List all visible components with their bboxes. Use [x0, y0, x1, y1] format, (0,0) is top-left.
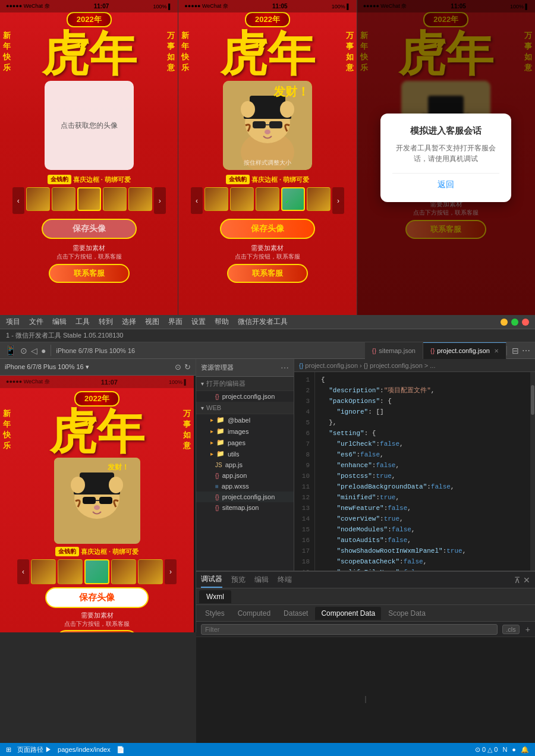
dt-tab-edit[interactable]: 编辑 [254, 575, 269, 585]
filter-21[interactable] [204, 187, 228, 211]
next-arrow-1[interactable]: › [154, 187, 166, 214]
phone-screen-1: ●●●●● WeChat 奈 11:07 100% ▌ 2022年 新 年 快 … [0, 0, 178, 315]
filter-input[interactable] [201, 624, 498, 635]
preview-scan-icon[interactable]: ⊙ [175, 363, 181, 371]
prev-filter-2[interactable] [58, 559, 83, 584]
tab-close-icon[interactable]: ✕ [494, 348, 499, 354]
menu-item-edit[interactable]: 编辑 [52, 317, 67, 327]
prev-arrow-1[interactable]: ‹ [12, 187, 24, 214]
tree-more-icon[interactable]: ⋯ [281, 363, 289, 373]
filter-25[interactable] [307, 187, 331, 211]
window-maximize[interactable] [511, 319, 518, 326]
svg-text:✓: ✓ [285, 199, 289, 204]
preview-year-banner: 2022年 [74, 391, 119, 407]
cs-btn-2[interactable]: 联系客服 [227, 264, 308, 283]
window-minimize[interactable] [501, 319, 508, 326]
menu-item-goto[interactable]: 转到 [99, 317, 113, 327]
file-icon[interactable]: 📄 [117, 746, 125, 754]
sound-icon[interactable]: ◁ [31, 346, 37, 355]
dialog-return-btn[interactable]: 返回 [392, 173, 499, 190]
preview-cs-btn[interactable]: 联系客服 [56, 630, 137, 632]
filter-2[interactable] [52, 187, 75, 211]
avatar-box-1[interactable]: 点击获取您的头像 [45, 81, 134, 170]
content-tab-styles[interactable]: Styles [199, 607, 231, 620]
side2-new: 新 [181, 30, 189, 41]
panel-tab-wxml[interactable]: Wxml [199, 590, 231, 603]
filter-1[interactable] [26, 187, 50, 211]
window-close[interactable] [522, 319, 529, 326]
menu-item-project[interactable]: 项目 [6, 317, 20, 327]
content-tab-scope-data[interactable]: Scope Data [382, 607, 432, 620]
dt-close-icon[interactable]: ✕ [523, 575, 530, 585]
preview-save-btn[interactable]: 保存头像 [45, 587, 149, 608]
dt-tab-debugger[interactable]: 调试器 [201, 572, 222, 588]
prev-filter-1[interactable] [31, 559, 56, 584]
split-icon[interactable]: ⊟ [512, 346, 519, 355]
prev-arrow-right[interactable]: › [165, 559, 177, 584]
preview-avatar[interactable]: 发财！ [54, 458, 140, 544]
breadcrumb-icon[interactable]: ⊞ [6, 746, 11, 754]
menu-item-wechat[interactable]: 微信开发者工具 [238, 317, 288, 327]
menu-item-help[interactable]: 帮助 [215, 317, 229, 327]
menu-item-settings[interactable]: 设置 [191, 317, 206, 327]
open-editors-header[interactable]: ▾ 打开的编辑器 [196, 377, 294, 391]
device-icon[interactable]: 📱 [5, 345, 17, 356]
cls-button[interactable]: .cls [502, 625, 520, 634]
avatar-box-2[interactable]: 按住样式调整大小 发财！ [223, 81, 312, 170]
tab-project-config[interactable]: {} project.config.json ✕ [423, 342, 506, 359]
web-folder-header[interactable]: ▾ WEB [196, 402, 294, 414]
cs-btn-1[interactable]: 联系客服 [49, 264, 130, 283]
preview-status-bar: ●●●●● WeChat 奈 11:07 100% ▌ [0, 376, 194, 388]
filter-22[interactable] [230, 187, 254, 211]
svg-rect-6 [269, 121, 282, 128]
wifi-icon[interactable]: ● [41, 346, 46, 355]
dt-tab-preview[interactable]: 预览 [231, 575, 246, 585]
folder-images[interactable]: ▸ 📁 images [196, 426, 294, 437]
open-editor-project-config[interactable]: {} project.config.json [196, 391, 294, 402]
folder-utils[interactable]: ▸ 📁 utils [196, 448, 294, 459]
refresh-btn[interactable]: ⊙ 0 △ 0 [475, 746, 498, 754]
add-icon[interactable]: + [525, 625, 530, 634]
side2-le: 乐 [181, 62, 189, 73]
menu-item-file[interactable]: 文件 [29, 317, 43, 327]
fu-char: 发财！ [273, 84, 309, 100]
next-arrow-2[interactable]: › [332, 187, 344, 214]
save-btn-1[interactable]: 保存头像 [42, 219, 137, 239]
file-sitemap[interactable]: {} sitemap.json [196, 502, 294, 513]
dots-icon[interactable]: ⋯ [522, 346, 530, 355]
filter-3[interactable] [77, 187, 101, 211]
dt-collapse-icon[interactable]: ⊼ [514, 575, 520, 585]
menu-item-interface[interactable]: 界面 [168, 317, 182, 327]
prev-arrow-2[interactable]: ‹ [191, 187, 203, 214]
overlay-text-2: 按住样式调整大小 [223, 159, 312, 167]
filter-4[interactable] [103, 187, 127, 211]
save-btn-2[interactable]: 保存头像 [220, 219, 315, 239]
content-tab-dataset[interactable]: Dataset [278, 607, 314, 620]
file-appjson[interactable]: {} app.json [196, 470, 294, 481]
dialog-title: 模拟进入客服会话 [392, 125, 499, 137]
filter-23[interactable] [256, 187, 279, 211]
screen-icon[interactable]: ⊙ [20, 346, 27, 355]
prev-filter-5[interactable] [138, 559, 163, 584]
open-editors-label: 打开的编辑器 [206, 379, 246, 388]
prev-filter-3-selected[interactable] [84, 559, 109, 584]
filter-5[interactable] [128, 187, 152, 211]
content-tab-computed[interactable]: Computed [232, 607, 276, 620]
file-appjs[interactable]: JS app.js [196, 459, 294, 470]
folder-pages[interactable]: ▸ 📁 pages [196, 437, 294, 448]
menu-item-tools[interactable]: 工具 [75, 317, 90, 327]
preview-refresh-icon[interactable]: ↻ [184, 363, 191, 371]
filter-24[interactable]: ✓ [281, 187, 305, 211]
prev-arrow-left[interactable]: ‹ [17, 559, 29, 584]
menu-item-select[interactable]: 选择 [122, 317, 136, 327]
tab-sitemap[interactable]: {} sitemap.json [365, 342, 423, 359]
folder-babel[interactable]: ▸ 📁 @babel [196, 414, 294, 426]
content-tab-component-data[interactable]: Component Data [315, 607, 381, 620]
status-bell: 🔔 [521, 746, 529, 754]
menu-item-view[interactable]: 视图 [145, 317, 159, 327]
file-appwxss[interactable]: ≡ app.wxss [196, 481, 294, 492]
prev-filter-4[interactable] [111, 559, 136, 584]
file-projectconfig[interactable]: {} project.config.json [196, 492, 294, 502]
dt-tab-terminal[interactable]: 终端 [278, 575, 292, 585]
prev-side-kuai: 快 [3, 430, 11, 440]
